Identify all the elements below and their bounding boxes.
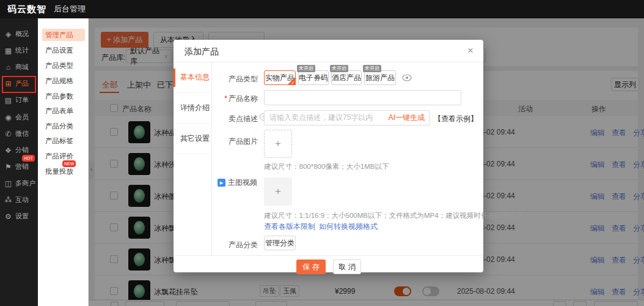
product-category-label: 产品分类 [213, 240, 258, 250]
type-label: 酒店产品 [332, 73, 361, 83]
interaction-icon: ⁂ [4, 196, 12, 204]
close-icon[interactable]: × [467, 45, 474, 57]
type-physical-button[interactable]: 实物产品 ✓ [264, 70, 296, 85]
modal-footer: 保 存 取 消 [174, 255, 483, 272]
sidebar-item-label: 微信 [15, 129, 29, 138]
modal-tab-detail[interactable]: 详情介绍 [174, 93, 211, 124]
distribution-icon: ❖ [4, 146, 12, 155]
orders-icon: ▤ [4, 96, 12, 105]
image-upload-box[interactable]: + [264, 130, 292, 158]
submenu-item-product-forms[interactable]: 产品表单 [42, 105, 85, 117]
selling-point-placeholder: 请输入卖点描述，建议75字以内 [269, 113, 373, 123]
sidebar-item-mall[interactable]: ⌂商城 [0, 59, 38, 75]
version-limits-link[interactable]: 查看各版本限制 [264, 222, 315, 232]
sidebar-item-label: 统计 [15, 46, 29, 55]
modal-tab-other[interactable]: 其它设置 [174, 124, 211, 154]
multimerchant-icon: ◫ [4, 179, 12, 188]
sidebar-item-multimerchant[interactable]: ◫多商户 [0, 175, 38, 192]
product-name-label: *产品名称 [213, 94, 258, 104]
submenu-item-product-specs[interactable]: 产品规格 [42, 75, 85, 87]
required-asterisk: * [224, 94, 227, 103]
main-video-label: ▶ 主图视频 [218, 177, 257, 188]
type-travel-button[interactable]: 旅游产品 [364, 70, 396, 85]
submenu-item-batch-publish[interactable]: 批量投放 [42, 165, 85, 177]
video-size-tip: 建议尺寸：1:1/16:9；大小500MB以下；文件格式为MP4；建议视频时长在… [264, 211, 524, 220]
modal-header: 添加产品 × [174, 40, 483, 62]
overview-icon: ◈ [4, 30, 12, 39]
product-icon: ⊞ [4, 80, 12, 88]
sidebar-item-label: 商城 [15, 62, 29, 72]
brand-logo: 码云数智 [7, 4, 46, 15]
sidebar-item-settings[interactable]: ⚙设置 [0, 208, 38, 225]
plus-icon: + [275, 185, 281, 198]
preview-eye-icon[interactable] [402, 74, 412, 83]
image-size-tip: 建议尺寸：800*800像素；大小1MB以下 [264, 162, 389, 171]
check-icon: ✓ [291, 80, 295, 86]
gear-icon: ⚙ [4, 212, 12, 221]
wechat-icon: ✆ [4, 130, 12, 138]
modal-tab-basic-info[interactable]: 基本信息 [174, 62, 211, 93]
disabled-badge: 未开启 [363, 65, 381, 72]
type-label: 旅游产品 [365, 73, 395, 83]
type-hotel-button[interactable]: 酒店产品 [331, 70, 362, 85]
cancel-button[interactable]: 取 消 [333, 259, 361, 274]
submenu-item-product-tags[interactable]: 产品标签 [42, 135, 85, 147]
modal-tab-column: 基本信息 详情介绍 其它设置 [174, 62, 212, 255]
sidebar-item-product[interactable]: ⊞产品 [0, 75, 38, 92]
product-type-label: 产品类型 [213, 74, 258, 84]
stats-icon: ▦ [4, 47, 12, 55]
save-button[interactable]: 保 存 [296, 259, 326, 274]
sidebar-item-label: 多商户 [15, 179, 35, 188]
submenu-item-product-params[interactable]: 产品参数 [42, 90, 85, 102]
submenu-item-manage-products[interactable]: 管理产品 [42, 29, 85, 41]
app-subtitle: 后台管理 [54, 4, 86, 15]
type-ecoupon-button[interactable]: 电子券码 [298, 70, 329, 85]
primary-sidebar: ◈概况 ▦统计 ⌂商城 ⊞产品 ▤订单 ◉会员 ✆微信 ❖分销 ⚑营销 ◫多商户… [0, 18, 38, 306]
sidebar-item-overview[interactable]: ◈概况 [0, 26, 38, 42]
product-name-input[interactable] [264, 90, 461, 105]
add-product-modal: 添加产品 × 基本信息 详情介绍 其它设置 产品类型 实物产品 ✓ 电子券码 未… [174, 40, 483, 272]
members-icon: ◉ [4, 113, 12, 122]
sidebar-item-members[interactable]: ◉会员 [0, 109, 38, 125]
topbar: 码云数智 后台管理 [0, 0, 644, 18]
new-badge: NEW [62, 160, 76, 167]
type-label: 电子券码 [299, 73, 328, 83]
sidebar-item-label: 营销 [15, 162, 29, 171]
sidebar-item-orders[interactable]: ▤订单 [0, 92, 38, 108]
video-icon: ▶ [218, 179, 225, 187]
sidebar-item-wechat[interactable]: ✆微信 [0, 125, 38, 142]
video-upload-box[interactable]: + [264, 177, 292, 206]
sidebar-item-stats[interactable]: ▦统计 [0, 42, 38, 59]
ai-generate-link[interactable]: AI一键生成 [389, 113, 425, 123]
sidebar-item-label: 分销 [15, 146, 29, 155]
product-image-label: 产品图片 [213, 136, 258, 147]
sidebar-item-label: 产品 [15, 79, 29, 88]
view-example-link[interactable]: 【查看示例】 [434, 114, 478, 124]
disabled-badge: 未开启 [330, 65, 348, 72]
sidebar-item-label: 互动 [15, 195, 29, 204]
submenu-item-product-types[interactable]: 产品类型 [42, 59, 85, 72]
selling-point-input[interactable]: 请输入卖点描述，建议75字以内 AI一键生成 [264, 110, 430, 125]
sidebar-item-label: 会员 [15, 113, 29, 122]
selling-point-label: 卖点描述 [213, 114, 258, 124]
disabled-badge: 未开启 [297, 65, 315, 72]
sidebar-item-label: 订单 [15, 95, 29, 105]
hot-badge: HOT [22, 155, 35, 162]
marketing-flag-icon: ⚑ [4, 163, 12, 171]
mall-icon: ⌂ [4, 63, 12, 72]
convert-format-link[interactable]: 如何转换视频格式 [319, 222, 378, 232]
sidebar-item-label: 设置 [15, 212, 29, 221]
submenu-item-product-settings[interactable]: 产品设置 [42, 44, 85, 56]
manage-category-button[interactable]: 管理分类 [264, 236, 296, 250]
modal-title: 添加产品 [185, 47, 219, 58]
sidebar-item-label: 概况 [15, 29, 29, 39]
secondary-sidebar: 管理产品 产品设置 产品类型 产品规格 产品参数 产品表单 产品分类 产品标签 … [38, 18, 89, 306]
submenu-item-product-categories[interactable]: 产品分类 [42, 120, 85, 132]
sidebar-item-interaction[interactable]: ⁂互动 [0, 192, 38, 208]
plus-icon: + [275, 138, 281, 150]
